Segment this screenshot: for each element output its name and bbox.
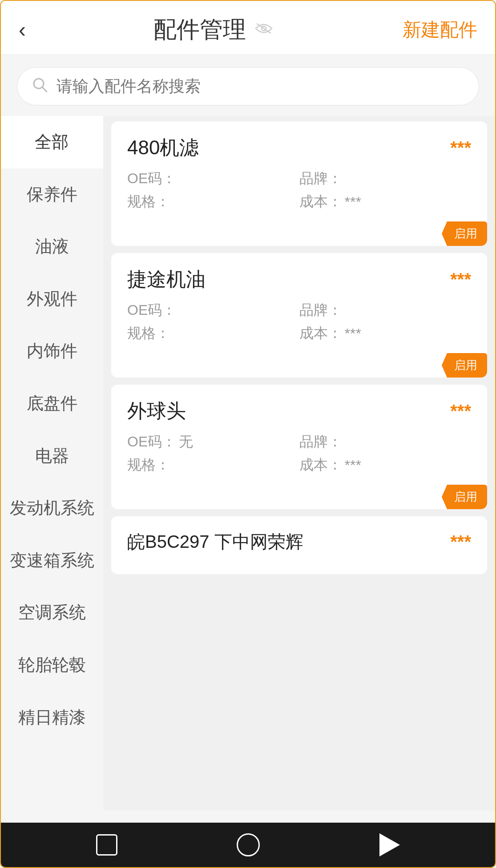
search-icon xyxy=(32,76,48,96)
square-icon xyxy=(96,834,117,856)
part-card-footer: 启用 xyxy=(111,221,487,246)
sidebar-item-all[interactable]: 全部 xyxy=(1,116,103,169)
status-badge[interactable]: 启用 xyxy=(442,221,487,246)
sidebar-item-aircon[interactable]: 空调系统 xyxy=(1,587,103,639)
header: ‹ 配件管理 新建配件 xyxy=(1,1,495,55)
part-price: *** xyxy=(450,401,471,421)
sidebar-item-interior[interactable]: 内饰件 xyxy=(1,325,103,378)
svg-line-1 xyxy=(257,24,271,33)
spec-label: 规格： xyxy=(127,324,299,343)
cost-label: 成本： *** xyxy=(299,192,472,212)
spec-label: 规格： xyxy=(127,455,299,475)
sidebar-item-electric[interactable]: 电器 xyxy=(1,430,103,482)
nav-home-button[interactable] xyxy=(237,833,260,856)
sidebar-item-gearbox[interactable]: 变速箱系统 xyxy=(1,534,103,587)
sidebar-item-exterior[interactable]: 外观件 xyxy=(1,273,103,326)
header-title-group: 配件管理 xyxy=(153,14,274,45)
status-badge[interactable]: 启用 xyxy=(442,353,487,378)
sidebar-item-maintenance[interactable]: 保养件 xyxy=(1,169,103,221)
part-price: *** xyxy=(450,269,471,289)
part-card-header: 皖B5C297 下中网荣辉 *** xyxy=(127,530,471,554)
part-info-grid: OE码： 品牌： 规格： 成本： *** xyxy=(127,169,471,212)
part-card[interactable]: 捷途机油 *** OE码： 品牌： 规格： 成本： *** xyxy=(111,253,487,378)
circle-icon xyxy=(237,833,260,856)
cost-label: 成本： *** xyxy=(299,324,472,343)
nav-square-button[interactable] xyxy=(96,834,117,856)
sidebar-item-engine[interactable]: 发动机系统 xyxy=(1,482,103,534)
svg-line-3 xyxy=(42,87,47,92)
part-name: 480机滤 xyxy=(127,135,199,161)
triangle-icon xyxy=(379,833,400,856)
part-info-grid: OE码： 无 品牌： 规格： 成本： *** xyxy=(127,432,471,475)
oe-code-label: OE码： xyxy=(127,169,299,189)
page-title: 配件管理 xyxy=(153,14,246,45)
back-button[interactable]: ‹ xyxy=(19,19,26,40)
sidebar: 全部 保养件 油液 外观件 内饰件 底盘件 电器 发动机系统 变速箱系统 空调系… xyxy=(1,116,103,811)
part-name: 外球头 xyxy=(127,398,186,424)
part-card-header: 480机滤 *** xyxy=(127,135,471,161)
new-part-button[interactable]: 新建配件 xyxy=(403,17,477,42)
part-price: *** xyxy=(450,532,471,552)
part-card-footer: 启用 xyxy=(111,485,487,509)
part-info-grid: OE码： 品牌： 规格： 成本： *** xyxy=(127,301,471,343)
part-card[interactable]: 皖B5C297 下中网荣辉 *** xyxy=(111,516,487,574)
brand-label: 品牌： xyxy=(299,301,472,320)
part-name: 皖B5C297 下中网荣辉 xyxy=(127,530,303,554)
main-content: 全部 保养件 油液 外观件 内饰件 底盘件 电器 发动机系统 变速箱系统 空调系… xyxy=(1,116,495,811)
status-badge[interactable]: 启用 xyxy=(442,485,487,509)
part-price: *** xyxy=(450,138,471,158)
sidebar-item-chassis[interactable]: 底盘件 xyxy=(1,378,103,430)
brand-label: 品牌： xyxy=(299,169,472,189)
oe-code-label: OE码： 无 xyxy=(127,432,299,452)
search-bar xyxy=(17,67,479,105)
part-name: 捷途机油 xyxy=(127,266,206,293)
spec-label: 规格： xyxy=(127,192,299,212)
part-card[interactable]: 外球头 *** OE码： 无 品牌： 规格： 成本： *** xyxy=(111,385,487,509)
cost-label: 成本： *** xyxy=(299,455,472,475)
search-input[interactable] xyxy=(56,77,464,96)
brand-label: 品牌： xyxy=(299,432,472,452)
part-card-header: 捷途机油 *** xyxy=(127,266,471,293)
parts-list: 480机滤 *** OE码： 品牌： 规格： 成本： *** xyxy=(103,116,495,811)
part-card-footer: 启用 xyxy=(111,353,487,378)
sidebar-item-refinish[interactable]: 精日精漆 xyxy=(1,691,103,744)
bottom-nav xyxy=(1,823,495,867)
nav-back-button[interactable] xyxy=(379,833,400,856)
eye-icon[interactable] xyxy=(253,20,274,39)
sidebar-item-oil[interactable]: 油液 xyxy=(1,221,103,273)
part-card[interactable]: 480机滤 *** OE码： 品牌： 规格： 成本： *** xyxy=(111,121,487,246)
oe-code-label: OE码： xyxy=(127,301,299,320)
part-card-header: 外球头 *** xyxy=(127,398,471,424)
sidebar-item-tyre[interactable]: 轮胎轮毂 xyxy=(1,639,103,691)
